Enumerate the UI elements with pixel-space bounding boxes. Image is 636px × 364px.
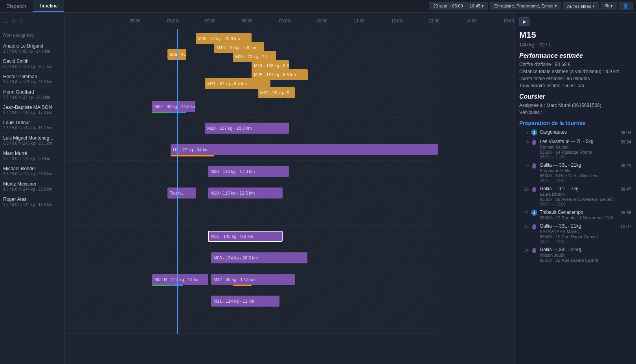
stop-title: Gallia — 33L - 21kg (540, 247, 629, 252)
tour-bar[interactable]: M20 - 107 kg - 28.3 km (205, 123, 289, 134)
header: Dispatch Timeline 29 sept. : 05:00 → 18:… (0, 0, 636, 13)
current-time-line (177, 29, 178, 334)
progress-bar (152, 112, 171, 113)
tour-bar[interactable]: M12 - 95 kg - 12.3 km (211, 274, 295, 285)
stop-time-range: 08:00 → 11:00 (540, 155, 618, 159)
stop-item[interactable]: 112Thibault Cenatiempo93500 - 12 Rue du … (519, 210, 631, 220)
sidebar-courier-item[interactable]: Jean-Baptiste MAISON2.4 / 3.0 h- 116 kg … (0, 102, 64, 118)
time-tick: 09:00 (279, 18, 290, 23)
stop-address: 93500 - 6 Rue De La Distillerie (540, 173, 618, 178)
date-range-btn[interactable]: 29 sept. : 05:00 → 18:45 ▾ (429, 2, 489, 10)
tour-bar[interactable]: M10 - 115 kg - 12.5 km (208, 188, 283, 199)
time-tick: 15:00 (503, 18, 514, 23)
stop-estimated-time: 09:34 (620, 139, 631, 144)
coursier-section-title: Coursier (519, 93, 631, 100)
distance-estimee: Distance totale estimée (à vol d'oiseau)… (519, 69, 631, 74)
stop-icon (531, 139, 537, 145)
stop-estimated-time: 09:47 (620, 186, 631, 191)
courier-timeline-row: M08 - 116 kg - 17.3 km (65, 161, 438, 182)
play-button[interactable]: ▶ (519, 17, 529, 26)
sidebar-courier-item[interactable]: Anatole Le Brigand1.7 / 6.0 h- 88 kg - 1… (0, 41, 64, 56)
tour-bar[interactable]: Tourn... (167, 188, 195, 199)
time-tick: 11:00 (354, 18, 365, 23)
stop-number: 14 (519, 247, 529, 252)
courier-timeline-row: M05 - 194 kg - 28.5 km (65, 247, 438, 269)
menu-icon[interactable]: ☰ (3, 18, 8, 24)
sidebar-courier-item[interactable]: Roger Atasi1.7 / 9.0 h- 114 kg - 11.0 km (0, 194, 64, 210)
sidebar: ☰ ⊕ ⊖ Non assignées Anatole Le Brigand1.… (0, 13, 65, 364)
tour-bar[interactable]: M08 - 116 kg - 17.3 km (208, 166, 289, 177)
sidebar-courier-item[interactable]: Moritz Meissner4.5 / 6.0 h- 244 kg - 23.… (0, 179, 64, 194)
stop-title: Gallia — 33L - 21kg (540, 223, 618, 229)
stop-time-range: 09:00 → 12:00 (540, 178, 618, 183)
taux-horaire: Taux horaire estimé : 56.81 €/h (519, 83, 631, 88)
time-tick: 13:00 (428, 18, 439, 23)
zoom-in-icon[interactable]: ⊕ (11, 18, 16, 24)
sidebar-courier-item[interactable]: Louis Dufour2.8 / 9.0 h- 164 kg - 16.7 k… (0, 118, 64, 133)
sidebar-courier-item[interactable]: Michael Rondel3.8 / 9.0 h- 194 kg - 28.5… (0, 164, 64, 179)
unassigned-row: M09 - 77 kg - 20.8 kmM13 - 70 kg - 7.9 k… (65, 29, 438, 96)
progress-bar (233, 285, 252, 286)
tab-timeline[interactable]: Timeline (33, 0, 64, 12)
courier-timeline-row: H2 - 27 kg - 34 km (65, 139, 438, 161)
sidebar-courier-item[interactable]: Marc Murré1.6 / 0.0 h- 145 kg - 8.9 km (0, 148, 64, 164)
tournee-section-title[interactable]: Préparation de la tournée (519, 120, 631, 126)
tour-bar[interactable]: M15 - 145 kg - 8.9 km (208, 231, 283, 242)
stop-icon (531, 247, 537, 253)
filter-status-btn[interactable]: Enregistré, Programmé, Échec ▾ (490, 2, 561, 10)
tour-weight-volume: 145 kg - 227 L (519, 42, 631, 48)
courier-timeline-row: M20 - 107 kg - 28.3 km (65, 118, 438, 139)
zoom-out-icon[interactable]: ⊖ (19, 18, 24, 24)
tour-bar[interactable]: H2 - 27 kg - 34 km (171, 144, 438, 155)
sidebar-courier-item[interactable]: Luis Miguel Monteneg...0.0 / 0.0 h- 245 … (0, 133, 64, 148)
stop-item[interactable]: 8Les Vivants ❄ — 7L - 5kgRomain Guittet9… (519, 139, 631, 159)
stop-number: 10 (519, 186, 529, 191)
stop-icon: 2 (531, 210, 537, 216)
right-panel: ▶ M15 145 kg - 227 L Performance estimée… (514, 13, 636, 364)
tour-bar[interactable]: M04 - 88 kg - 14.3 km (152, 101, 196, 112)
stop-number: 11 (519, 210, 529, 215)
tab-dispatch[interactable]: Dispatch (0, 0, 33, 12)
time-tick: 07:00 (204, 18, 215, 23)
sidebar-courier-item[interactable]: Hector Pateman3.4 / 9.8 h- 107 kg - 28.3… (0, 72, 64, 87)
courier-timeline-row: M02 R - 143 kg - 11 kmM12 - 95 kg - 12.3… (65, 269, 438, 290)
stop-title: Les Vivants ❄ — 7L - 5kg (540, 139, 618, 144)
stop-item[interactable]: 10Gallia — 11L - 7kgLaura Drouin93500 - … (519, 186, 631, 206)
time-tick: 12:00 (391, 18, 402, 23)
stop-sub: Romain Guittet (540, 145, 618, 149)
user-btn[interactable]: 👤 (619, 2, 633, 10)
search-btn[interactable]: 🔍▾ (601, 2, 617, 10)
courier-timeline-row: M11 - 114 kg - 11 km (65, 290, 438, 312)
stop-content: Gallia — 33L - 21kgWilson Jouët93310 - 2… (540, 247, 629, 263)
performance-section-title: Performance estimée (519, 52, 631, 59)
time-tick: 05:00 (130, 18, 141, 23)
vehicules-info: Véhicules : (519, 110, 631, 115)
time-tick: 14:00 (466, 18, 477, 23)
stop-item[interactable]: 14Gallia — 33L - 21kgWilson Jouët93310 -… (519, 247, 631, 263)
stop-number: 8 (519, 139, 529, 144)
chiffre-affaire: Chiffre d'affaire : 90.68 € (519, 62, 631, 67)
assignee-info: Assignée à : Marc Murré (0615691566) (519, 103, 631, 108)
tour-bar[interactable]: M05 - 194 kg - 28.5 km (211, 252, 307, 263)
stop-content: Gallia — 33L - 21kgStephanie Hello93500 … (540, 162, 618, 183)
stop-title: Gallia — 11L - 7kg (540, 186, 618, 191)
courier-timeline-row (65, 312, 438, 334)
timeline-body[interactable]: M09 - 77 kg - 20.8 kmM13 - 70 kg - 7.9 k… (65, 29, 514, 364)
stop-content: Les Vivants ❄ — 7L - 5kgRomain Guittet93… (540, 139, 618, 159)
stop-item[interactable]: 9Gallia — 33L - 21kgStephanie Hello93500… (519, 162, 631, 183)
main-layout: ☰ ⊕ ⊖ Non assignées Anatole Le Brigand1.… (0, 13, 636, 364)
non-assignees-label: Non assignées (0, 29, 64, 41)
stop-content: Gallia — 11L - 7kgLaura Drouin93500 - 69… (540, 186, 618, 206)
stop-estimated-time: 09:55 (620, 210, 631, 215)
time-header: 05:0006:0007:0008:0009:0010:0011:0012:00… (65, 13, 514, 29)
location-pin-icon (532, 248, 536, 253)
tour-bar[interactable]: M02 R - 143 kg - 11 km (152, 274, 208, 285)
filter-other-btn[interactable]: Autres filtres ▾ (563, 2, 599, 10)
location-pin-icon (532, 187, 536, 192)
courier-timeline-row: Tourn...M10 - 115 kg - 12.5 km (65, 182, 438, 204)
sidebar-courier-item[interactable]: Henri Gouttard7.7 / 4.0 h- 27 kg - 34.0 … (0, 87, 64, 102)
stop-item[interactable]: 72Cargonautes09:04 (519, 129, 631, 136)
tour-bar[interactable]: M11 - 114 kg - 11 km (211, 296, 279, 307)
stop-item[interactable]: 13Gallia — 33L - 21kgESTAVOYER MARC93500… (519, 223, 631, 244)
sidebar-courier-item[interactable]: David Smith0.0 / 0.0 h- 187 kg - 25.1 km (0, 56, 64, 72)
